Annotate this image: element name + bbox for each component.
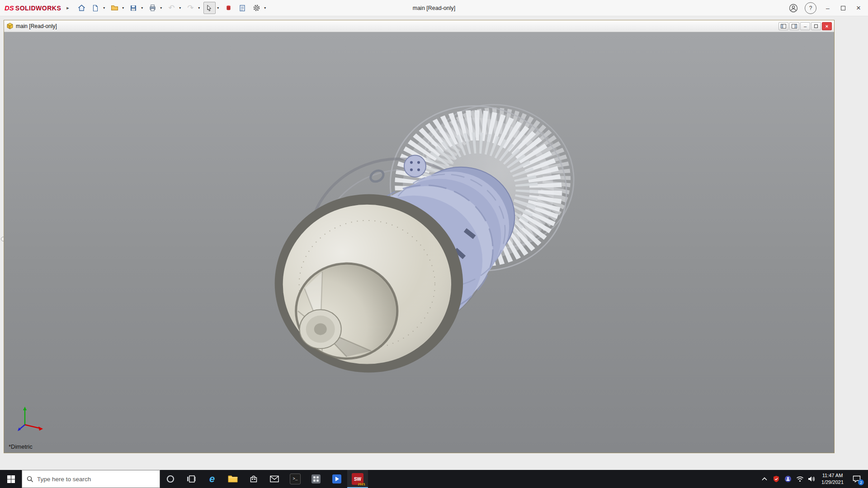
- close-button[interactable]: ×: [851, 1, 866, 15]
- windows-logo-icon: [7, 475, 15, 483]
- doc-pane-right-button[interactable]: [789, 22, 799, 30]
- print-dropdown-arrow[interactable]: ▾: [159, 2, 164, 14]
- solidworks-taskbar-button[interactable]: SW 2021: [347, 470, 368, 488]
- mail-icon: [270, 475, 279, 483]
- account-button[interactable]: [786, 1, 801, 15]
- action-center-button[interactable]: 2: [848, 470, 866, 488]
- undo-dropdown-arrow[interactable]: ▾: [178, 2, 183, 14]
- print-icon: [149, 4, 156, 12]
- tray-overflow-button[interactable]: [759, 470, 770, 488]
- brand-name: SOLIDWORKS: [15, 5, 61, 12]
- print-button[interactable]: [146, 2, 159, 14]
- taskbar-clock[interactable]: 11:47 AM 1/29/2021: [817, 472, 848, 486]
- doc-restore-icon: [814, 24, 818, 28]
- brand-mark: DS: [5, 4, 14, 12]
- options-button[interactable]: [250, 2, 263, 14]
- redo-dropdown-arrow[interactable]: ▾: [197, 2, 202, 14]
- store-button[interactable]: [243, 470, 264, 488]
- app-generic-2-icon: [331, 474, 342, 484]
- clock-date: 1/29/2021: [821, 479, 844, 486]
- tray-teams-button[interactable]: [782, 470, 794, 488]
- open-dropdown-arrow[interactable]: ▾: [121, 2, 126, 14]
- select-cursor-icon: [206, 5, 213, 12]
- solidworks-logo: DS SOLIDWORKS: [5, 4, 61, 12]
- home-button[interactable]: [75, 2, 88, 14]
- orientation-triad[interactable]: [15, 405, 47, 433]
- app-client-area: main [Read-only] – ×: [0, 16, 868, 470]
- account-icon: [789, 4, 798, 13]
- 3d-viewport[interactable]: *Dimetric: [4, 32, 834, 453]
- tray-network-button[interactable]: [794, 470, 806, 488]
- terminal-button[interactable]: >_: [285, 470, 306, 488]
- minimize-button[interactable]: –: [820, 1, 835, 15]
- chevron-up-icon: [762, 477, 767, 481]
- maximize-icon: [841, 6, 845, 10]
- file-explorer-button[interactable]: [222, 470, 243, 488]
- doc-minimize-button[interactable]: –: [800, 22, 810, 30]
- mail-button[interactable]: [264, 470, 285, 488]
- new-document-button[interactable]: [90, 2, 102, 14]
- document-window: main [Read-only] – ×: [4, 20, 835, 453]
- shaft-hub: [300, 310, 341, 348]
- viewport-scene[interactable]: [4, 32, 834, 453]
- save-button[interactable]: [127, 2, 140, 14]
- maximize-button[interactable]: [835, 1, 851, 15]
- document-titlebar[interactable]: main [Read-only] – ×: [4, 20, 834, 32]
- redo-button[interactable]: ↷: [184, 2, 197, 14]
- pane-right-icon: [792, 24, 797, 28]
- save-icon: [130, 5, 137, 12]
- wifi-icon: [796, 476, 804, 482]
- minimize-icon: –: [826, 5, 830, 12]
- options-dropdown-arrow[interactable]: ▾: [263, 2, 268, 14]
- new-document-dropdown-arrow[interactable]: ▾: [102, 2, 107, 14]
- undo-button[interactable]: ↶: [165, 2, 178, 14]
- doc-minimize-icon: –: [804, 23, 807, 29]
- system-tray: 11:47 AM 1/29/2021 2: [759, 470, 868, 488]
- app-generic-1-icon: [311, 474, 321, 484]
- document-window-controls: – ×: [778, 22, 832, 30]
- edge-icon: e: [209, 473, 215, 485]
- cortana-button[interactable]: [160, 470, 181, 488]
- tray-antivirus-button[interactable]: [770, 470, 782, 488]
- speaker-icon: [808, 476, 816, 482]
- help-icon: ?: [809, 5, 812, 11]
- file-properties-button[interactable]: [236, 2, 249, 14]
- menu-expand-arrow-icon[interactable]: ▸: [66, 5, 69, 11]
- search-input[interactable]: [37, 476, 155, 483]
- taskbar-search[interactable]: [22, 470, 160, 488]
- new-document-icon: [92, 5, 99, 12]
- gear-icon: [253, 4, 260, 12]
- open-button[interactable]: [108, 2, 121, 14]
- doc-pane-left-button[interactable]: [778, 22, 788, 30]
- simulation-button[interactable]: [222, 2, 235, 14]
- doc-close-button[interactable]: ×: [822, 22, 832, 30]
- open-folder-icon: [111, 4, 118, 12]
- simulation-icon: [225, 5, 232, 11]
- save-dropdown-arrow[interactable]: ▾: [140, 2, 145, 14]
- view-orientation-label: *Dimetric: [9, 443, 33, 450]
- app-generic-2-button[interactable]: [326, 470, 347, 488]
- teams-icon: [784, 475, 792, 483]
- tray-volume-button[interactable]: [806, 470, 817, 488]
- terminal-icon: >_: [290, 474, 301, 484]
- document-title: main [Read-only]: [16, 23, 57, 29]
- edge-button[interactable]: e: [202, 470, 222, 488]
- select-tool-button[interactable]: [203, 2, 216, 14]
- help-button[interactable]: ?: [805, 2, 816, 14]
- file-explorer-icon: [228, 475, 238, 483]
- solidworks-initials: SW: [354, 477, 361, 482]
- home-icon: [78, 4, 85, 12]
- start-button[interactable]: [0, 470, 22, 488]
- screen: DS SOLIDWORKS ▸ ▾ ▾: [0, 0, 868, 488]
- antivirus-shield-icon: [773, 475, 780, 483]
- cortana-icon: [166, 474, 175, 483]
- select-dropdown-arrow[interactable]: ▾: [216, 2, 221, 14]
- task-view-button[interactable]: [181, 470, 202, 488]
- quick-access-toolbar: ▾ ▾ ▾ ▾ ↶: [75, 2, 269, 14]
- assembly-part-icon: [6, 23, 14, 30]
- doc-close-icon: ×: [826, 23, 828, 29]
- solidworks-year-label: 2021: [358, 482, 365, 486]
- app-generic-1-button[interactable]: [306, 470, 326, 488]
- doc-restore-button[interactable]: [811, 22, 821, 30]
- app-window-controls: ? – ×: [786, 1, 866, 15]
